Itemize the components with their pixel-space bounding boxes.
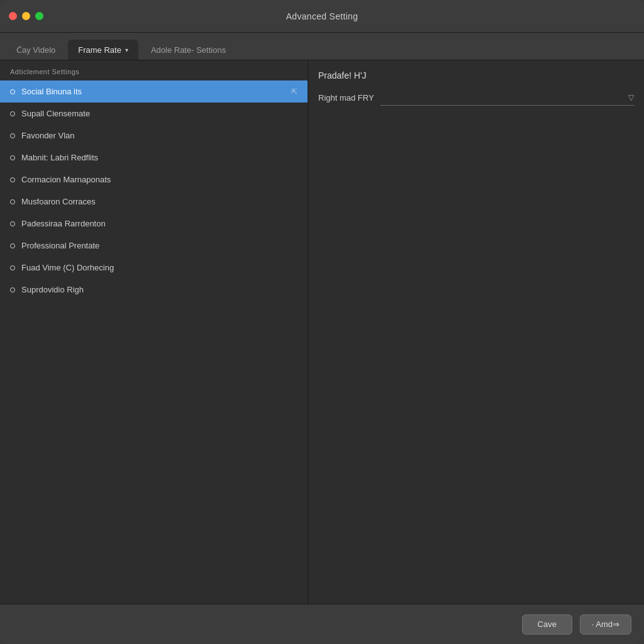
list-item-supall[interactable]: Supall Ciensemate bbox=[0, 103, 308, 125]
app-window: Advanced Setting C̈ay Videlo Frame Rate … bbox=[0, 0, 644, 644]
tab-cay-videlo-label: C̈ay Videlo bbox=[16, 45, 55, 55]
bullet-icon bbox=[10, 243, 15, 248]
list-item-label: Suprdovidio Righ bbox=[21, 285, 297, 294]
right-panel: Pradafe! H'J Right mad FRY ▽ bbox=[308, 60, 644, 604]
tab-frame-rate[interactable]: Frame Rate ▾ bbox=[68, 40, 138, 60]
expand-icon: ⇱ bbox=[291, 87, 297, 96]
right-panel-title: Pradafe! H'J bbox=[318, 70, 634, 80]
window-title: Advanced Setting bbox=[286, 11, 358, 21]
bullet-icon bbox=[10, 89, 15, 94]
main-content: Adticlement Settings Social Binuna its ⇱… bbox=[0, 60, 644, 604]
tab-frame-rate-label: Frame Rate bbox=[78, 45, 121, 55]
dropdown-select[interactable]: ▽ bbox=[380, 89, 634, 106]
list-item-fuad[interactable]: Fuad Vime (C) Dorhecing bbox=[0, 257, 308, 279]
list-item-padessiraa[interactable]: Padessiraa Rarrdenton bbox=[0, 213, 308, 235]
left-panel: Adticlement Settings Social Binuna its ⇱… bbox=[0, 60, 308, 604]
bullet-icon bbox=[10, 199, 15, 204]
list-item-social-binuna[interactable]: Social Binuna its ⇱ bbox=[0, 80, 308, 103]
list-item-cormacion[interactable]: Cormacion Marnaponats bbox=[0, 169, 308, 191]
bullet-icon bbox=[10, 155, 15, 160]
chevron-down-icon: ▾ bbox=[125, 47, 128, 53]
list-item-label: Favonder Vlan bbox=[21, 131, 297, 140]
maximize-button[interactable] bbox=[35, 12, 43, 20]
chevron-down-icon: ▽ bbox=[628, 93, 634, 102]
list-item-mabnit[interactable]: Mabnit: Labri Redflits bbox=[0, 147, 308, 169]
tab-cay-videlo[interactable]: C̈ay Videlo bbox=[6, 40, 65, 60]
list-item-professional[interactable]: Professional Prentate bbox=[0, 235, 308, 257]
bullet-icon bbox=[10, 287, 15, 292]
tab-adole-rate-label: Adole Rate- Settions bbox=[151, 45, 226, 55]
dropdown-row: Right mad FRY ▽ bbox=[318, 89, 634, 106]
list-item-label: Padessiraa Rarrdenton bbox=[21, 219, 297, 228]
list-item-musfoaron[interactable]: Musfoaron Corraces bbox=[0, 191, 308, 213]
window-controls bbox=[9, 12, 43, 20]
amd-button[interactable]: · Amd⇒ bbox=[580, 614, 631, 635]
list-item-label: Professional Prentate bbox=[21, 241, 297, 250]
list-item-suprdovidio[interactable]: Suprdovidio Righ bbox=[0, 279, 308, 301]
list-item-label: Supall Ciensemate bbox=[21, 109, 297, 118]
close-button[interactable] bbox=[9, 12, 17, 20]
bullet-icon bbox=[10, 265, 15, 270]
bullet-icon bbox=[10, 177, 15, 182]
cave-button[interactable]: Cave bbox=[522, 614, 572, 635]
bullet-icon bbox=[10, 221, 15, 226]
list-item-label: Social Binuna its bbox=[21, 87, 285, 96]
panel-header: Adticlement Settings bbox=[0, 60, 308, 80]
dropdown-label: Right mad FRY bbox=[318, 93, 374, 103]
bottom-bar: Cave · Amd⇒ bbox=[0, 604, 644, 644]
bullet-icon bbox=[10, 133, 15, 138]
title-bar: Advanced Setting bbox=[0, 0, 644, 33]
list-item-label: Fuad Vime (C) Dorhecing bbox=[21, 263, 297, 272]
tab-adole-rate[interactable]: Adole Rate- Settions bbox=[141, 40, 236, 60]
tab-bar: C̈ay Videlo Frame Rate ▾ Adole Rate- Set… bbox=[0, 33, 644, 60]
list-item-label: Musfoaron Corraces bbox=[21, 197, 297, 206]
bullet-icon bbox=[10, 111, 15, 116]
settings-list: Social Binuna its ⇱ Supall Ciensemate Fa… bbox=[0, 80, 308, 604]
list-item-favonder[interactable]: Favonder Vlan bbox=[0, 125, 308, 147]
minimize-button[interactable] bbox=[22, 12, 30, 20]
list-item-label: Mabnit: Labri Redflits bbox=[21, 153, 297, 162]
list-item-label: Cormacion Marnaponats bbox=[21, 175, 297, 184]
